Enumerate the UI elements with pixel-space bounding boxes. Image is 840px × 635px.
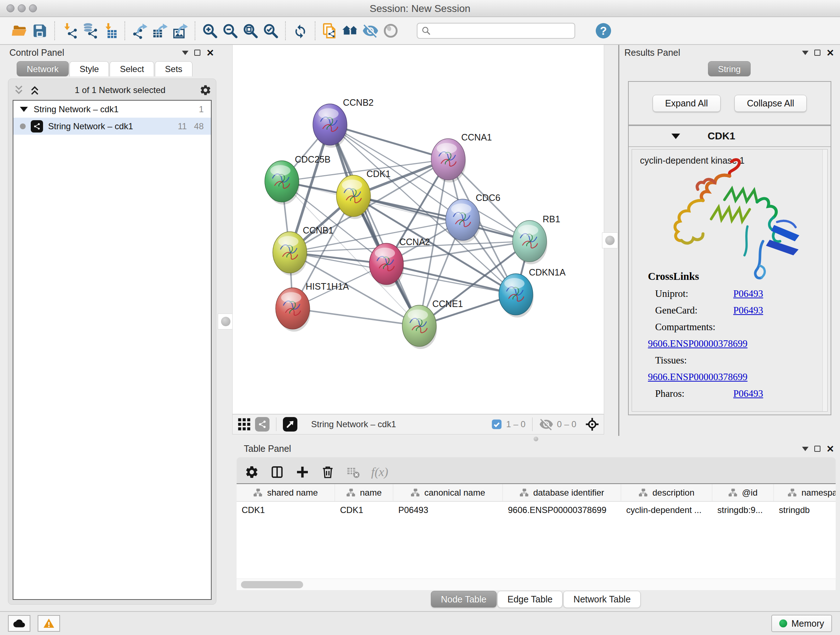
cell-@id[interactable]: stringdb:9...	[712, 502, 774, 519]
export-image-button[interactable]	[170, 21, 190, 41]
cell-database-identifier[interactable]: 9606.ENSP00000378699	[503, 502, 621, 519]
network-share-view-icon[interactable]	[255, 417, 270, 432]
crosslink-link[interactable]: 9606.ENSP00000378699	[648, 371, 747, 382]
tab-network-table[interactable]: Network Table	[563, 591, 641, 608]
warnings-button[interactable]	[38, 615, 60, 632]
zoom-fit-button[interactable]	[240, 21, 261, 41]
memory-button[interactable]: Memory	[771, 615, 832, 632]
cell-description[interactable]: cyclin-dependent ...	[621, 502, 712, 519]
node-CDKN1A[interactable]	[499, 274, 534, 318]
add-column-icon[interactable]	[295, 465, 309, 479]
maximize-panel-icon[interactable]	[814, 446, 821, 452]
table-horizontal-scrollbar[interactable]	[237, 578, 836, 590]
tab-style[interactable]: Style	[69, 61, 109, 76]
export-table-button[interactable]	[150, 21, 170, 41]
network-collection-row[interactable]: String Network – cdk1 1	[13, 101, 211, 118]
table-row[interactable]: CDK1CDK1P064939606.ENSP00000378699cyclin…	[237, 502, 836, 519]
help-button[interactable]: ?	[593, 21, 614, 41]
float-panel-icon[interactable]	[802, 51, 808, 55]
delete-table-icon[interactable]	[346, 465, 360, 479]
zoom-selected-button[interactable]	[261, 21, 281, 41]
function-builder-button[interactable]: f(x)	[371, 465, 388, 479]
open-session-button[interactable]	[9, 21, 30, 41]
network-canvas[interactable]: CCNB2CCNA1CDC25BCDK1CDC6RB1CCNB1CCNA2CDK…	[232, 45, 604, 414]
edge-CCNB2-CCNA1[interactable]	[330, 125, 448, 159]
node-CDK1[interactable]	[336, 175, 371, 219]
node-CDC6[interactable]	[446, 199, 480, 243]
edge-CCNA2-CDKN1A[interactable]	[386, 264, 516, 295]
expand-all-button[interactable]: Expand All	[653, 95, 721, 112]
column-header-canonical-name[interactable]: canonical name	[393, 484, 503, 501]
scrollbar-thumb[interactable]	[241, 581, 303, 588]
tab-string[interactable]: String	[708, 61, 751, 76]
right-panel-splitter[interactable]	[604, 45, 619, 436]
cloud-status-button[interactable]	[8, 615, 30, 632]
hide-selected-button[interactable]	[360, 21, 381, 41]
column-header-database-identifier[interactable]: database identifier	[503, 484, 621, 501]
column-header-description[interactable]: description	[621, 484, 712, 501]
network-row[interactable]: String Network – cdk1 11 48	[13, 118, 211, 135]
float-panel-icon[interactable]	[182, 51, 188, 55]
crosslink-link[interactable]: P06493	[733, 305, 763, 316]
splitter-handle[interactable]	[534, 437, 538, 441]
maximize-panel-icon[interactable]	[814, 50, 821, 56]
node-CCNB2[interactable]	[313, 104, 347, 148]
zoom-in-button[interactable]	[200, 21, 220, 41]
node-CCNE1[interactable]	[402, 305, 437, 349]
refresh-button[interactable]	[290, 21, 310, 41]
collapse-all-button[interactable]: Collapse All	[734, 95, 807, 112]
edge-HIST1H1A-CCNE1[interactable]	[293, 309, 419, 326]
edge-CDK1-RB1[interactable]	[354, 196, 530, 241]
maximize-panel-icon[interactable]	[194, 50, 201, 56]
cell-name[interactable]: CDK1	[335, 502, 393, 519]
crosshair-icon[interactable]	[585, 417, 600, 432]
column-header-shared-name[interactable]: shared name	[237, 484, 335, 501]
gene-header-row[interactable]: CDK1	[629, 126, 831, 147]
hidden-eye-icon[interactable]	[539, 417, 554, 432]
node-CCNA2[interactable]	[369, 243, 404, 287]
node-CDC25B[interactable]	[265, 161, 300, 204]
clone-network-button[interactable]	[320, 21, 340, 41]
import-network-file-button[interactable]	[59, 21, 80, 41]
import-network-database-button[interactable]	[80, 21, 100, 41]
node-CCNB1[interactable]	[273, 232, 308, 276]
show-all-button[interactable]	[381, 21, 401, 41]
left-panel-splitter[interactable]	[220, 45, 232, 611]
float-panel-icon[interactable]	[802, 447, 808, 451]
crosslink-link[interactable]: P06493	[733, 288, 763, 299]
export-network-button[interactable]	[129, 21, 150, 41]
gene-caret-icon[interactable]	[671, 134, 680, 139]
delete-column-icon[interactable]	[321, 465, 335, 479]
node-CCNA1[interactable]	[431, 139, 466, 182]
close-panel-icon[interactable]: ✕	[826, 444, 834, 454]
import-table-file-button[interactable]	[100, 21, 120, 41]
cell-namespace[interactable]: stringdb	[774, 502, 836, 519]
show-columns-icon[interactable]	[270, 465, 284, 479]
column-header-@id[interactable]: @id	[712, 484, 774, 501]
table-options-gear-icon[interactable]	[245, 465, 259, 479]
tab-select[interactable]: Select	[110, 61, 154, 76]
selected-checkbox-icon[interactable]	[491, 418, 502, 430]
collection-caret-icon[interactable]	[20, 107, 28, 112]
zoom-out-button[interactable]	[220, 21, 240, 41]
collapse-all-icon[interactable]	[13, 84, 25, 96]
tab-node-table[interactable]: Node Table	[431, 591, 497, 608]
horizontal-splitter[interactable]	[232, 436, 840, 441]
crosslink-link[interactable]: P06493	[733, 388, 763, 399]
close-panel-icon[interactable]: ✕	[826, 48, 834, 57]
gear-icon[interactable]	[199, 84, 212, 96]
birds-eye-view-icon[interactable]	[283, 417, 297, 432]
column-header-namespace[interactable]: namespace	[774, 484, 836, 501]
column-header-name[interactable]: name	[335, 484, 393, 501]
results-scrollbar[interactable]	[822, 149, 827, 411]
save-session-button[interactable]	[30, 21, 50, 41]
tab-edge-table[interactable]: Edge Table	[497, 591, 563, 608]
splitter-handle[interactable]	[602, 233, 618, 249]
expand-all-icon[interactable]	[28, 84, 41, 96]
splitter-handle[interactable]	[218, 314, 234, 329]
node-RB1[interactable]	[513, 220, 547, 264]
crosslink-link[interactable]: 9606.ENSP00000378699	[648, 338, 747, 349]
tab-network[interactable]: Network	[17, 61, 69, 76]
search-box[interactable]	[417, 23, 575, 39]
cell-canonical-name[interactable]: P06493	[393, 502, 503, 519]
